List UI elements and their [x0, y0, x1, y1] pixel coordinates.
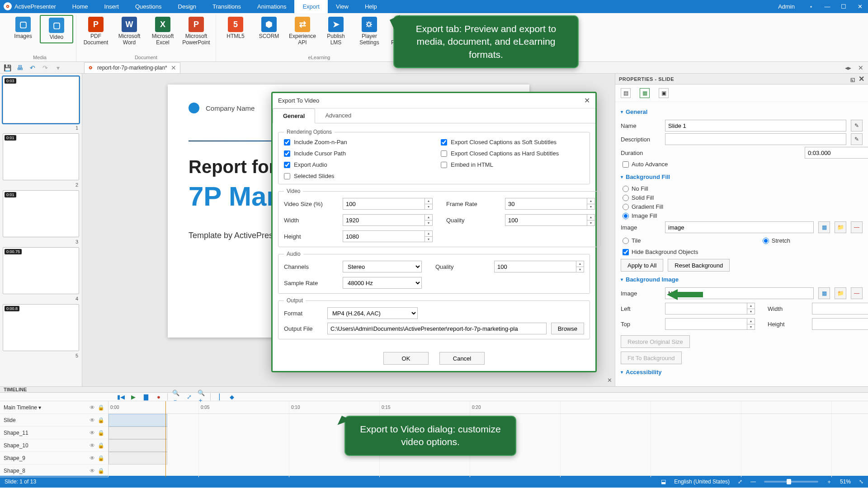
sample-rate-select[interactable]: 48000 Hz	[343, 277, 422, 289]
tl-skip-start-icon[interactable]: ▮◀	[117, 393, 125, 401]
channels-select[interactable]: Stereo	[343, 261, 422, 272]
ribbon-pdf[interactable]: PPDFDocument	[79, 15, 113, 48]
menu-animations[interactable]: Animations	[249, 0, 294, 13]
ribbon-publish[interactable]: ➤PublishLMS	[319, 15, 353, 48]
fit-icon[interactable]: ⤢	[738, 479, 742, 485]
save-icon[interactable]: 💾	[3, 63, 12, 72]
visibility-icon[interactable]: 👁	[90, 430, 95, 436]
ok-button[interactable]: OK	[383, 352, 429, 365]
slide-thumb-2[interactable]: 0:01	[3, 133, 79, 180]
close-icon[interactable]: ✕	[852, 0, 868, 13]
timeline-row-slide[interactable]: Slide👁🔒	[0, 414, 108, 427]
section-accessibility[interactable]: Accessibility	[621, 365, 863, 378]
lock-icon[interactable]: 🔒	[98, 468, 104, 474]
bgimg-folder-icon[interactable]: 📁	[835, 287, 846, 299]
description-edit-icon[interactable]: ✎	[851, 133, 863, 145]
help-icon[interactable]: ⋆	[803, 0, 819, 13]
menu-home[interactable]: Home	[64, 0, 96, 13]
audio-quality-input[interactable]	[494, 261, 576, 272]
video-quality-spinner[interactable]: ▲▼	[587, 214, 595, 226]
restore-size-button[interactable]: Restore Original Size	[621, 335, 690, 348]
properties-close-icon[interactable]: ✕	[859, 75, 865, 83]
tl-zoom-in-icon[interactable]: 🔍＋	[198, 393, 206, 401]
bgimg-pick-icon[interactable]: ▦	[818, 287, 830, 299]
playhead[interactable]	[165, 401, 166, 477]
undo-icon[interactable]: ↶	[28, 63, 37, 72]
minimize-icon[interactable]: —	[819, 0, 835, 13]
auto-advance-checkbox[interactable]	[623, 161, 629, 168]
left-spinner[interactable]: ▲▼	[747, 303, 755, 314]
timeline-row-shape_9[interactable]: Shape_9👁🔒	[0, 452, 108, 465]
embed-in-htmlcheckbox[interactable]	[441, 162, 447, 168]
tl-zoom-fit-icon[interactable]: ⤢	[185, 393, 193, 401]
description-input[interactable]	[665, 133, 846, 145]
video-height-spinner[interactable]: ▲▼	[425, 230, 433, 242]
fill-gradient-fill-radio[interactable]	[623, 204, 629, 210]
video-height-input[interactable]	[343, 230, 425, 242]
fill-no-fill-radio[interactable]	[623, 186, 629, 192]
bgimg-remove-icon[interactable]: —	[851, 287, 863, 299]
menu-insert[interactable]: Insert	[96, 0, 127, 13]
timeline-row-shape_10[interactable]: Shape_10👁🔒	[0, 439, 108, 452]
fill-image-fill-radio[interactable]	[623, 213, 629, 219]
visibility-icon[interactable]: 👁	[90, 468, 95, 474]
menu-questions[interactable]: Questions	[127, 0, 170, 13]
name-input[interactable]	[665, 120, 846, 131]
lang-icon[interactable]: ⬓	[661, 479, 666, 485]
width-input[interactable]	[812, 303, 868, 314]
slide-thumb-5[interactable]: 0:00.8	[3, 304, 79, 351]
slide-thumb-1[interactable]: 0:03	[3, 76, 79, 123]
selected-slidescheckbox[interactable]	[284, 173, 290, 179]
image-pick-icon[interactable]: ▦	[818, 221, 830, 233]
ribbon-microsoft[interactable]: XMicrosoftExcel	[146, 15, 179, 48]
ribbon-images[interactable]: ▢Images	[6, 15, 40, 42]
image-folder-icon[interactable]: 📁	[835, 221, 846, 233]
timeline-segment[interactable]	[108, 439, 167, 452]
cancel-button[interactable]: Cancel	[439, 352, 485, 365]
zoom-slider[interactable]	[764, 481, 818, 483]
canvas-close-icon[interactable]: ✕	[607, 377, 612, 384]
props-tab-size-icon[interactable]: ▣	[659, 88, 669, 98]
props-tab-fill-icon[interactable]: ▦	[640, 88, 650, 98]
image-remove-icon[interactable]: —	[851, 221, 863, 233]
dialog-close-icon[interactable]: ✕	[584, 96, 590, 105]
fit-to-background-button[interactable]: Fit To Background	[621, 352, 682, 364]
tl-play-icon[interactable]: ▶	[129, 393, 137, 401]
redo-icon[interactable]: ↷	[41, 63, 50, 72]
section-bg-image[interactable]: Background Image	[621, 272, 863, 286]
panel-close-icon[interactable]: ✕	[856, 63, 865, 72]
export-closed-captions-as-hard-subtitlescheckbox[interactable]	[441, 150, 447, 157]
left-input[interactable]	[665, 303, 747, 314]
output-file-input[interactable]	[327, 323, 547, 334]
zoom-in-icon[interactable]: ＋	[826, 478, 832, 486]
export-closed-captions-as-soft-subtitlescheckbox[interactable]	[441, 139, 447, 145]
timeline-segment[interactable]	[108, 452, 167, 465]
format-select[interactable]: MP4 (H.264, AAC)	[327, 307, 418, 319]
menu-transitions[interactable]: Transitions	[204, 0, 249, 13]
tile-radio[interactable]	[623, 238, 629, 244]
lock-icon[interactable]: 🔒	[98, 430, 104, 436]
duration-input[interactable]	[805, 147, 868, 159]
visibility-icon[interactable]: 👁	[90, 404, 95, 411]
section-bg-fill[interactable]: Background Fill	[621, 170, 863, 183]
video-size-spinner[interactable]: ▲▼	[425, 198, 433, 210]
visibility-icon[interactable]: 👁	[90, 417, 95, 423]
lock-icon[interactable]: 🔒	[98, 417, 104, 423]
name-edit-icon[interactable]: ✎	[851, 120, 863, 131]
include-zoom-n-pancheckbox[interactable]	[284, 139, 290, 145]
ribbon-microsoft[interactable]: PMicrosoftPowerPoint	[179, 15, 213, 48]
tl-split-icon[interactable]: ⎮	[215, 393, 223, 401]
ribbon-html5[interactable]: 5HTML5	[219, 15, 252, 42]
timeline-segment[interactable]	[108, 427, 167, 439]
menu-view[interactable]: View	[328, 0, 357, 13]
document-close-icon[interactable]: ✕	[171, 64, 176, 71]
include-cursor-pathcheckbox[interactable]	[284, 150, 290, 157]
panel-pop-icon[interactable]: ◱	[850, 77, 855, 82]
ribbon-scorm[interactable]: ⬢SCORM	[252, 15, 286, 42]
zoom-out-icon[interactable]: —	[750, 479, 756, 485]
visibility-icon[interactable]: 👁	[90, 442, 95, 449]
main-timeline-label[interactable]: Main Timeline ▾	[4, 404, 41, 411]
tl-marker-icon[interactable]: ◆	[228, 393, 236, 401]
frame-rate-input[interactable]	[505, 198, 587, 210]
top-input[interactable]	[665, 318, 747, 330]
